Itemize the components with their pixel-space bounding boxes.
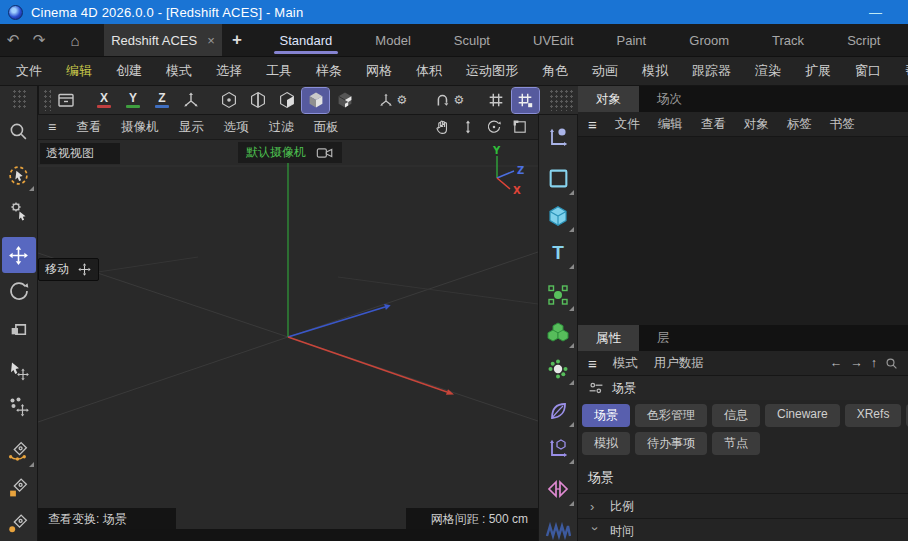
forward-arrow-icon[interactable]: → xyxy=(850,356,863,370)
menu-volume[interactable]: 体积 xyxy=(416,62,442,80)
world-axis-button[interactable] xyxy=(177,88,204,113)
texture-mode-button[interactable] xyxy=(331,88,358,113)
menu-animate[interactable]: 动画 xyxy=(592,62,618,80)
pill-nodes[interactable]: 节点 xyxy=(712,432,760,455)
layout-tab-track[interactable]: Track xyxy=(762,24,814,56)
hamburger-icon[interactable]: ≡ xyxy=(588,116,597,133)
lock-x-axis-button[interactable]: X xyxy=(90,88,117,113)
hamburger-icon[interactable]: ≡ xyxy=(588,355,597,372)
viewport-menu-panel[interactable]: 面板 xyxy=(314,119,339,136)
document-tab[interactable]: Redshift ACES × xyxy=(104,24,222,56)
menu-mograph[interactable]: 运动图形 xyxy=(466,62,518,80)
lock-y-axis-button[interactable]: Y xyxy=(119,88,146,113)
camera-name-label[interactable]: 默认摄像机 xyxy=(246,144,306,161)
add-document-button[interactable]: + xyxy=(222,24,252,56)
viewport-menu-cameras[interactable]: 摄像机 xyxy=(121,119,159,136)
tab-takes[interactable]: 场次 xyxy=(639,86,700,112)
home-icon[interactable]: ⌂ xyxy=(60,24,90,56)
rotate-snap-button[interactable]: ⚙ xyxy=(426,88,472,113)
toolbar-grip[interactable] xyxy=(43,89,51,111)
layout-tab-paint[interactable]: Paint xyxy=(607,24,657,56)
toothed-group-button[interactable] xyxy=(540,513,576,541)
spline-smooth-tool-button[interactable] xyxy=(2,433,36,469)
volume-group-button[interactable] xyxy=(540,313,576,350)
select-move-tool-button[interactable] xyxy=(2,353,36,389)
orbit-icon[interactable] xyxy=(486,119,502,135)
snap-toggle-button[interactable] xyxy=(512,88,539,113)
model-mode-button[interactable] xyxy=(302,88,329,113)
selected-object-row[interactable]: 场景 xyxy=(578,376,908,400)
group-scale[interactable]: › 比例 xyxy=(578,494,908,519)
menu-spline[interactable]: 样条 xyxy=(316,62,342,80)
am-menu-mode[interactable]: 模式 xyxy=(613,355,638,372)
menu-tracker[interactable]: 跟踪器 xyxy=(692,62,731,80)
pan-hand-icon[interactable] xyxy=(434,119,450,135)
undo-button[interactable]: ↶ xyxy=(0,24,26,56)
spline-pen-point-tool-button[interactable] xyxy=(2,505,36,541)
back-arrow-icon[interactable]: ← xyxy=(830,356,843,370)
up-arrow-icon[interactable]: ↑ xyxy=(871,356,877,370)
pill-xrefs[interactable]: XRefs xyxy=(845,404,902,427)
point-move-tool-button[interactable] xyxy=(2,389,36,425)
toolbar-grip[interactable] xyxy=(549,89,574,111)
gear-icon[interactable]: ⚙ xyxy=(453,93,464,107)
viewport-menu-display[interactable]: 显示 xyxy=(179,119,204,136)
om-menu-bookmarks[interactable]: 书签 xyxy=(830,116,855,133)
viewport-canvas[interactable]: 透视视图 默认摄像机 Y Z X 移动 xyxy=(38,140,538,508)
viewport-menu-filter[interactable]: 过滤 xyxy=(269,119,294,136)
gear-icon[interactable]: ⚙ xyxy=(397,93,408,107)
dolly-icon[interactable] xyxy=(460,119,476,135)
palette-grip[interactable] xyxy=(12,89,26,110)
menu-tools[interactable]: 工具 xyxy=(266,62,292,80)
pill-color-management[interactable]: 色彩管理 xyxy=(635,404,707,427)
deformer-group-button[interactable] xyxy=(540,392,576,429)
viewport-panel[interactable]: ≡ 查看 摄像机 显示 选项 过滤 面板 xyxy=(38,115,538,530)
live-selection-tool-button[interactable] xyxy=(2,157,36,193)
scale-tool-button[interactable] xyxy=(2,309,36,345)
menu-create[interactable]: 创建 xyxy=(116,62,142,80)
viewport-menu-options[interactable]: 选项 xyxy=(224,119,249,136)
symmetry-group-button[interactable] xyxy=(540,471,576,508)
coordinates-group-button[interactable] xyxy=(540,118,576,155)
cloner-group-button[interactable] xyxy=(540,276,576,313)
layout-tab-script[interactable]: Script xyxy=(837,24,890,56)
pill-todo[interactable]: 待办事项 xyxy=(635,432,707,455)
camera-chip[interactable]: 默认摄像机 xyxy=(238,142,342,163)
redo-button[interactable]: ↷ xyxy=(26,24,52,56)
primitive-cube-group-button[interactable] xyxy=(540,197,576,234)
om-menu-tags[interactable]: 标签 xyxy=(787,116,812,133)
group-time[interactable]: › 时间 xyxy=(578,519,908,541)
layout-tab-model[interactable]: Model xyxy=(365,24,420,56)
menu-file[interactable]: 文件 xyxy=(16,62,42,80)
menu-simulate[interactable]: 模拟 xyxy=(642,62,668,80)
tab-layers[interactable]: 层 xyxy=(639,325,688,351)
rotate-tool-button[interactable] xyxy=(2,273,36,309)
menu-render[interactable]: 渲染 xyxy=(755,62,781,80)
project-box-button[interactable] xyxy=(53,88,80,113)
find-tool-button[interactable] xyxy=(2,113,36,149)
pill-simulation[interactable]: 模拟 xyxy=(582,432,630,455)
text-object-group-button[interactable]: T xyxy=(540,234,576,271)
layout-tab-uvedit[interactable]: UVEdit xyxy=(523,24,583,56)
am-menu-userdata[interactable]: 用户数据 xyxy=(654,355,704,372)
points-mode-button[interactable] xyxy=(215,88,242,113)
close-icon[interactable]: × xyxy=(207,33,215,48)
menu-mesh[interactable]: 网格 xyxy=(366,62,392,80)
workplane-group-button[interactable] xyxy=(540,429,576,466)
om-menu-objects[interactable]: 对象 xyxy=(744,116,769,133)
fields-group-button[interactable] xyxy=(540,350,576,387)
minimize-button[interactable]: — xyxy=(869,5,882,20)
menu-extensions[interactable]: 扩展 xyxy=(805,62,831,80)
pill-scene[interactable]: 场景 xyxy=(582,404,630,427)
move-tool-button[interactable] xyxy=(2,237,36,273)
grid-toggle-button[interactable] xyxy=(483,88,510,113)
layout-tab-groom[interactable]: Groom xyxy=(679,24,739,56)
edges-mode-button[interactable] xyxy=(244,88,271,113)
camera-icon[interactable] xyxy=(316,146,334,160)
view-name-label[interactable]: 透视视图 xyxy=(40,143,120,164)
pill-cineware[interactable]: Cineware xyxy=(765,404,840,427)
menu-edit[interactable]: 编辑 xyxy=(66,62,92,80)
tab-attributes[interactable]: 属性 xyxy=(578,325,639,351)
enable-axis-button[interactable]: ⚙ xyxy=(369,88,415,113)
menu-select[interactable]: 选择 xyxy=(216,62,242,80)
